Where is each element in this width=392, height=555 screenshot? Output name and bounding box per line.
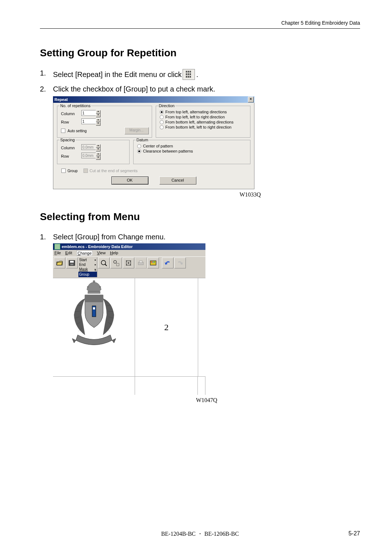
cut-checkbox (83, 169, 88, 173)
dropdown-end[interactable]: End▸ (78, 262, 97, 267)
column-input[interactable] (81, 110, 96, 116)
step1-text-a: Select [Repeat] in the Edit menu or clic… (53, 70, 182, 79)
section1-title: Setting Group for Repetition (40, 47, 360, 59)
svg-rect-11 (151, 262, 152, 263)
print-icon[interactable] (135, 258, 147, 268)
spacing-row-spinner[interactable]: ▲▼ (96, 153, 101, 160)
ok-button[interactable]: OK (111, 177, 148, 185)
direction-opt2-radio[interactable] (160, 115, 164, 119)
svg-rect-19 (93, 307, 95, 309)
step1-text-b: . (196, 70, 199, 79)
canvas: 2 (53, 278, 205, 376)
direction-opt2-label: From top left, left to right direction (166, 115, 225, 119)
fig1-label: W1033Q (240, 191, 360, 198)
step1-number: 1. (40, 69, 53, 77)
zoom-selection-icon[interactable] (110, 258, 122, 268)
menu-view[interactable]: View (97, 251, 106, 256)
save-icon[interactable] (66, 258, 78, 268)
datum-legend: Datum (136, 138, 149, 142)
direction-legend: Direction (158, 104, 175, 108)
direction-opt1-label: From top left, alternating directions (166, 110, 227, 114)
direction-opt1-radio[interactable] (160, 110, 164, 114)
spacing-column-input (81, 144, 96, 150)
editor-window: emblem.ecs - Embroidery Data Editor File… (53, 243, 205, 395)
close-icon[interactable]: × (248, 97, 254, 102)
auto-setting-checkbox[interactable] (61, 129, 65, 133)
page-header: Chapter 5 Editing Embroidery Data (281, 20, 360, 26)
app-icon (54, 244, 60, 250)
dropdown-mask[interactable]: Mask▸ (78, 267, 97, 272)
repeat-dialog: Repeat × No. of repetitions Column ▲▼ (53, 96, 254, 189)
section2-title: Selecting from Menu (40, 211, 360, 223)
datum-opt1-label: Center of pattern (143, 144, 173, 148)
no-of-repetitions-legend: No. of repetitions (60, 104, 91, 108)
datum-opt1-radio[interactable] (137, 144, 141, 148)
undo-icon[interactable] (162, 258, 173, 268)
menu-edit[interactable]: Edit (65, 251, 72, 256)
svg-line-4 (105, 264, 107, 266)
menu-change[interactable]: Change (77, 251, 93, 256)
menu-file[interactable]: File (54, 251, 61, 256)
svg-rect-12 (152, 262, 154, 263)
sec2-step1-text: Select [Group] from Change menu. (53, 233, 166, 241)
margin-button: Margin... (124, 127, 149, 134)
cancel-button[interactable]: Cancel (159, 177, 196, 185)
svg-rect-13 (154, 262, 155, 263)
direction-opt3-radio[interactable] (160, 120, 164, 124)
menu-help[interactable]: Help (110, 251, 118, 256)
datum-opt2-radio[interactable] (137, 149, 141, 153)
direction-opt4-radio[interactable] (160, 125, 164, 129)
canvas-number: 2 (164, 323, 169, 332)
footer-page: 5-27 (348, 530, 360, 537)
svg-point-14 (93, 280, 95, 283)
step2-text: Click the checkbox of [Group] to put a c… (53, 85, 215, 93)
redo-icon (174, 258, 186, 268)
repeat-icon: RRR RRR RRR (183, 69, 195, 80)
direction-group: Direction From top left, alternating dir… (156, 106, 251, 138)
editor-title: emblem.ecs - Embroidery Data Editor (62, 244, 133, 249)
spacing-column-spinner[interactable]: ▲▼ (96, 144, 101, 151)
open-icon[interactable] (54, 258, 65, 268)
column-spinner[interactable]: ▲▼ (96, 110, 101, 117)
sec2-step1-number: 1. (40, 233, 53, 241)
repeat-title-bar: Repeat × (53, 96, 254, 103)
svg-point-5 (114, 260, 117, 263)
svg-rect-2 (70, 264, 73, 265)
toolbar: Start▸ End▸ Mask▸ Group (53, 256, 205, 278)
auto-setting-label: Auto setting (68, 129, 87, 133)
spacing-legend: Spacing (60, 138, 75, 142)
step2-number: 2. (40, 85, 53, 93)
svg-rect-10 (150, 261, 156, 265)
spacing-column-label: Column (61, 146, 79, 150)
direction-opt4-label: From bottom left, left to right directio… (166, 125, 232, 129)
direction-opt3-label: From bottom left, alternating directions (166, 120, 234, 124)
row-spinner[interactable]: ▲▼ (96, 118, 101, 126)
zoom-icon[interactable] (98, 258, 110, 268)
spacing-group: Spacing Column ▲▼ Row (57, 140, 130, 164)
dropdown-group[interactable]: Group (78, 272, 97, 277)
color-icon[interactable] (147, 258, 159, 268)
dropdown-start[interactable]: Start▸ (78, 258, 97, 262)
cut-checkbox-label: Cut at the end of segments (90, 169, 138, 173)
svg-rect-17 (88, 291, 100, 293)
fig2-label: W1047Q (196, 397, 360, 404)
spacing-row-label: Row (61, 154, 79, 158)
menubar: File Edit Change View Help (53, 250, 205, 256)
svg-rect-6 (117, 263, 119, 266)
editor-title-bar: emblem.ecs - Embroidery Data Editor (53, 243, 205, 250)
group-checkbox[interactable] (61, 169, 66, 173)
svg-rect-1 (70, 261, 74, 263)
spacing-row-input (81, 153, 96, 158)
embroidery-preview (67, 280, 121, 349)
svg-point-16 (99, 286, 101, 288)
footer-model: BE-1204B-BC ・ BE-1206B-BC (161, 530, 239, 538)
column-label: Column (61, 112, 79, 116)
no-of-repetitions-group: No. of repetitions Column ▲▼ Row (57, 106, 152, 138)
fit-icon[interactable] (123, 258, 134, 268)
svg-point-15 (87, 286, 89, 288)
header-rule (40, 28, 360, 29)
row-input[interactable] (81, 118, 96, 124)
repeat-title: Repeat (54, 97, 68, 102)
row-label: Row (61, 120, 79, 124)
group-checkbox-label: Group (68, 169, 78, 173)
